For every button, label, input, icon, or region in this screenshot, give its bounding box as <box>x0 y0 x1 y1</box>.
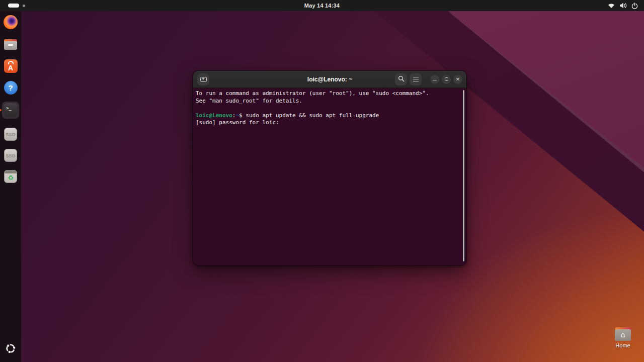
dock-item-ssd-drive-2[interactable]: SSD <box>2 148 19 163</box>
help-question-glyph: ? <box>8 83 13 92</box>
show-apps-button[interactable] <box>2 342 19 357</box>
dock-item-ssd-drive-1[interactable]: SSD <box>2 127 19 142</box>
dock-item-files[interactable] <box>2 37 19 52</box>
new-tab-button[interactable]: + <box>197 73 209 85</box>
terminal-prompt-line: loic@Lenovo:~$ sudo apt update && sudo a… <box>196 112 461 120</box>
dock-item-help[interactable]: ? <box>2 80 19 95</box>
new-tab-icon: + <box>200 77 207 82</box>
workspace-active-pill[interactable] <box>8 4 19 8</box>
workspace-indicator[interactable] <box>0 0 25 11</box>
maximize-icon <box>445 77 448 81</box>
terminal-scrollbar[interactable] <box>463 90 464 261</box>
dock-item-terminal[interactable]: >_ <box>2 102 19 119</box>
password-prompt-line: [sudo] password for loic: <box>196 119 461 127</box>
bag-handle <box>8 61 14 64</box>
search-icon <box>398 75 405 84</box>
power-icon[interactable] <box>631 3 638 9</box>
terminal-prompt-glyph: >_ <box>6 106 12 111</box>
terminal-focus-highlight: >_ <box>2 102 19 119</box>
system-status-area[interactable] <box>608 0 644 11</box>
wifi-icon[interactable] <box>608 3 615 9</box>
terminal-window: + loic@Lenovo: ~ ✕ <box>193 71 466 265</box>
top-bar: May 14 14:34 <box>0 0 644 11</box>
home-folder-icon: ⌂ <box>615 327 631 341</box>
terminal-blank-line <box>196 105 461 112</box>
dock-item-ubuntu-software[interactable]: A <box>2 58 19 73</box>
ssd-drive-icon: SSD <box>4 128 17 141</box>
terminal-output-line: See "man sudo_root" for details. <box>196 98 461 105</box>
close-button[interactable]: ✕ <box>453 75 462 84</box>
desktop-icon-home[interactable]: ⌂ Home <box>611 327 634 348</box>
ubuntu-software-icon: A <box>4 59 18 73</box>
workspace-dot[interactable] <box>23 5 25 7</box>
home-label: Home <box>615 342 630 348</box>
ssd-drive-icon: SSD <box>4 149 17 162</box>
bag-letter: A <box>8 64 13 71</box>
running-indicator-dot <box>0 109 2 111</box>
ubuntu-logo-icon <box>5 342 17 356</box>
dock-item-firefox[interactable] <box>2 15 19 30</box>
typed-command: sudo apt update && sudo apt full-upgrade <box>246 112 379 119</box>
dock: A ? >_ SSD SSD ♻ <box>0 11 21 362</box>
terminal-icon: >_ <box>4 104 17 117</box>
dock-item-trash[interactable]: ♻ <box>2 169 19 184</box>
help-icon: ? <box>4 81 18 95</box>
close-icon: ✕ <box>456 77 460 82</box>
house-glyph: ⌂ <box>620 331 625 339</box>
window-title: loic@Lenovo: ~ <box>307 76 352 83</box>
files-icon <box>4 39 17 50</box>
firefox-icon <box>4 15 18 29</box>
trash-lid <box>5 170 17 173</box>
minimize-icon <box>433 80 437 81</box>
trash-icon: ♻ <box>4 170 17 183</box>
search-button[interactable] <box>395 73 407 85</box>
volume-icon[interactable] <box>619 3 627 9</box>
menu-button[interactable] <box>410 73 422 85</box>
minimize-button[interactable] <box>430 75 439 84</box>
recycle-glyph: ♻ <box>8 174 14 181</box>
terminal-output-line: To run a command as administrator (user … <box>196 90 461 98</box>
ssd-label: SSD <box>6 154 15 158</box>
terminal-content[interactable]: To run a command as administrator (user … <box>193 88 466 265</box>
hamburger-icon <box>413 77 419 82</box>
prompt-user-host: loic@Lenovo <box>196 112 232 119</box>
terminal-titlebar[interactable]: + loic@Lenovo: ~ ✕ <box>193 71 466 88</box>
maximize-button[interactable] <box>442 75 451 84</box>
clock[interactable]: May 14 14:34 <box>304 3 340 9</box>
ssd-label: SSD <box>6 133 15 137</box>
